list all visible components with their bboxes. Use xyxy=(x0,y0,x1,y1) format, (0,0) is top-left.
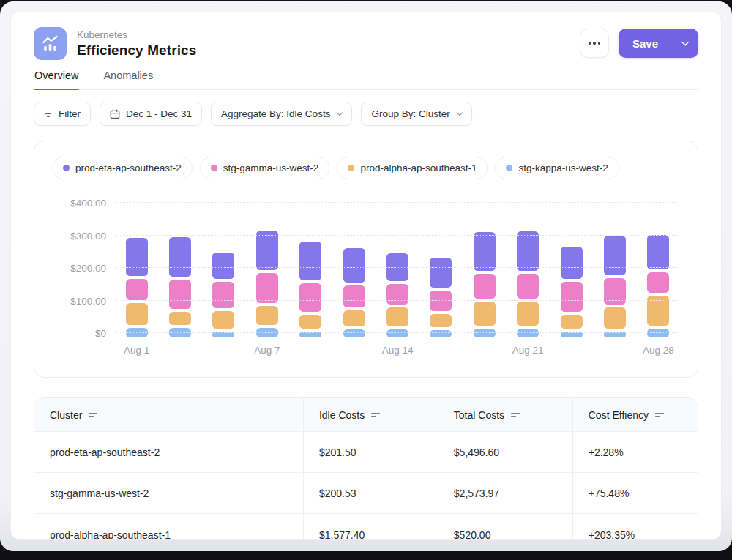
bar-segment[interactable] xyxy=(430,314,452,327)
bar-segment[interactable] xyxy=(169,312,191,325)
bar-segment[interactable] xyxy=(299,315,321,329)
bar-segment[interactable] xyxy=(343,329,365,337)
bar-segment[interactable] xyxy=(604,278,626,305)
gridline xyxy=(115,267,677,268)
bar-segment[interactable] xyxy=(386,307,408,326)
bar-segment[interactable] xyxy=(647,235,669,269)
table-header-row: Cluster Idle Costs Total Costs Cost Effi… xyxy=(34,398,698,432)
bar-segment[interactable] xyxy=(343,310,365,326)
bar-segment[interactable] xyxy=(212,253,234,279)
bar-segment[interactable] xyxy=(474,329,496,337)
bar-segment[interactable] xyxy=(604,236,626,275)
bar-segment[interactable] xyxy=(126,303,148,325)
tab-anomalies[interactable]: Anomalies xyxy=(103,70,153,89)
bar-segment[interactable] xyxy=(561,315,583,329)
x-axis-tick-label: Aug 14 xyxy=(376,345,419,361)
bar-segment[interactable] xyxy=(517,329,539,337)
bar-segment[interactable] xyxy=(474,302,496,326)
cell-cluster: prod-alpha-ap-southeast-1 xyxy=(34,514,303,540)
x-axis-tick-label: Aug 1 xyxy=(115,345,158,361)
bar-segment[interactable] xyxy=(517,274,539,299)
bar-segment[interactable] xyxy=(126,279,148,300)
gridline xyxy=(115,300,677,301)
cell-cost-efficiency: +75.48% xyxy=(572,473,698,513)
bar-segment[interactable] xyxy=(430,258,452,288)
cell-idle-costs: $201.50 xyxy=(303,432,438,472)
bar-segment[interactable] xyxy=(517,231,539,271)
x-axis-tick-label: Aug 28 xyxy=(637,345,680,361)
bar-segment[interactable] xyxy=(343,285,365,307)
bar-segment[interactable] xyxy=(169,280,191,309)
chevron-down-icon xyxy=(681,38,689,46)
legend-item-prod-alpha[interactable]: prod-alpha-ap-southeast-1 xyxy=(337,157,488,179)
page-card: Kubernetes Efficiency Metrics Save xyxy=(10,12,722,540)
bar-segment[interactable] xyxy=(430,291,452,311)
table-row[interactable]: prod-alpha-ap-southeast-1 $1,577.40 $520… xyxy=(34,514,698,540)
aggregate-by-dropdown[interactable]: Aggregate By: Idle Costs xyxy=(211,102,352,126)
bar-segment[interactable] xyxy=(212,311,234,329)
bar-segment[interactable] xyxy=(561,282,583,312)
table-header-total-costs[interactable]: Total Costs xyxy=(438,398,572,431)
gridline xyxy=(115,332,677,333)
cell-idle-costs: $200.53 xyxy=(303,473,438,513)
bar-segment[interactable] xyxy=(126,238,148,276)
chart-panel: prod-eta-ap-southeast-2 stg-gamma-us-wes… xyxy=(34,141,698,378)
bar-segment[interactable] xyxy=(647,272,669,293)
more-options-button[interactable] xyxy=(580,29,609,58)
legend-dot xyxy=(506,165,512,171)
legend-item-stg-kappa[interactable]: stg-kappa-us-west-2 xyxy=(495,157,619,179)
save-split-button[interactable]: Save xyxy=(619,29,698,58)
save-dropdown-button[interactable] xyxy=(671,29,698,58)
bar-segment[interactable] xyxy=(647,329,669,337)
table-row[interactable]: prod-eta-ap-southeast-2 $201.50 $5,496.6… xyxy=(34,432,698,473)
bar-segment[interactable] xyxy=(386,284,408,305)
cell-cost-efficiency: +203.35% xyxy=(572,514,698,540)
filter-button[interactable]: Filter xyxy=(34,102,91,126)
bar-segment[interactable] xyxy=(604,307,626,329)
bar-segment[interactable] xyxy=(256,273,278,303)
group-by-label: Group By: Cluster xyxy=(371,108,449,119)
sort-icon xyxy=(89,413,97,417)
bar-segment[interactable] xyxy=(561,247,583,279)
cell-cost-efficiency: +2.28% xyxy=(572,432,698,472)
bar-segment[interactable] xyxy=(517,302,539,326)
legend-item-stg-gamma[interactable]: stg-gamma-us-west-2 xyxy=(200,157,330,179)
sort-icon xyxy=(511,413,520,417)
y-axis-tick-label: $400.00 xyxy=(70,198,106,209)
app-label: Kubernetes xyxy=(77,29,196,40)
bar-segment[interactable] xyxy=(299,242,321,280)
bar-segment[interactable] xyxy=(299,283,321,312)
table-header-cost-efficiency[interactable]: Cost Effiency xyxy=(572,398,698,431)
chevron-down-icon xyxy=(456,110,462,116)
table-header-cluster[interactable]: Cluster xyxy=(34,398,303,431)
app-window: Kubernetes Efficiency Metrics Save xyxy=(0,1,732,551)
save-button[interactable]: Save xyxy=(619,29,671,58)
table-header-idle-costs[interactable]: Idle Costs xyxy=(303,398,438,431)
date-range-button[interactable]: Dec 1 - Dec 31 xyxy=(100,102,202,126)
bar-segment[interactable] xyxy=(212,282,234,308)
x-axis-tick-label xyxy=(419,345,463,361)
bar-segment[interactable] xyxy=(256,306,278,325)
bar-segment[interactable] xyxy=(474,274,496,299)
x-axis-tick-label xyxy=(158,345,201,361)
legend-item-prod-eta[interactable]: prod-eta-ap-southeast-2 xyxy=(52,157,193,179)
bar-segment[interactable] xyxy=(256,231,278,270)
bar-segment[interactable] xyxy=(169,237,191,277)
table-row[interactable]: stg-gamma-us-west-2 $200.53 $2,573.97 +7… xyxy=(34,473,698,514)
x-axis-tick-label xyxy=(550,345,593,361)
tab-bar: Overview Anomalies xyxy=(34,70,698,90)
cell-cluster: prod-eta-ap-southeast-2 xyxy=(34,432,303,472)
group-by-dropdown[interactable]: Group By: Cluster xyxy=(361,102,471,126)
bar-segment[interactable] xyxy=(430,330,452,337)
bar-segment[interactable] xyxy=(386,329,408,337)
tab-overview[interactable]: Overview xyxy=(34,70,78,89)
cell-total-costs: $5,496.60 xyxy=(438,432,572,472)
gridline xyxy=(115,235,677,236)
y-axis-tick-label: $0 xyxy=(95,328,106,339)
page-header: Kubernetes Efficiency Metrics Save xyxy=(34,27,698,60)
y-axis-tick-label: $100.00 xyxy=(70,295,106,306)
bar-segment[interactable] xyxy=(343,248,365,283)
y-axis-labels: $0$100.00$200.00$300.00$400.00 xyxy=(52,195,115,339)
bar-segment[interactable] xyxy=(474,232,496,271)
stacked-bar-chart: $0$100.00$200.00$300.00$400.00 Aug 1Aug … xyxy=(52,195,680,361)
